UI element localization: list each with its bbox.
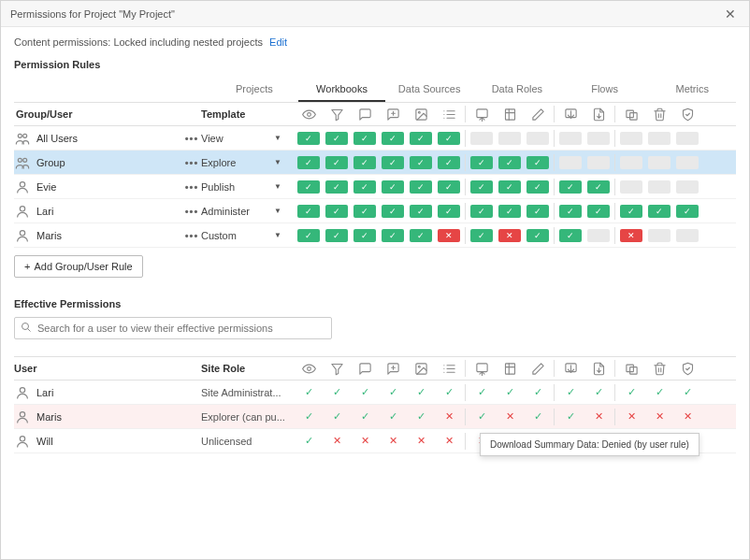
- capability-cell[interactable]: [496, 132, 524, 145]
- chip-allow: [297, 156, 320, 169]
- capability-cell[interactable]: [468, 205, 496, 218]
- capability-cell[interactable]: [351, 156, 379, 169]
- capability-cell[interactable]: [673, 180, 701, 194]
- capability-cell[interactable]: [407, 180, 435, 194]
- capability-cell[interactable]: [617, 156, 645, 169]
- capability-cell[interactable]: [524, 180, 552, 194]
- capability-cell[interactable]: [584, 132, 613, 145]
- capability-cell[interactable]: [584, 205, 613, 218]
- capability-cell[interactable]: [407, 132, 435, 145]
- capability-cell[interactable]: [617, 229, 645, 242]
- capability-cell[interactable]: [584, 180, 613, 194]
- capability-cell[interactable]: [645, 205, 673, 218]
- capability-cell[interactable]: [379, 205, 407, 218]
- capability-cell[interactable]: [323, 156, 351, 169]
- effective-search[interactable]: [14, 317, 332, 339]
- capability-cell[interactable]: [524, 156, 552, 169]
- filter-icon: [323, 362, 351, 376]
- capability-cell[interactable]: [556, 156, 584, 169]
- capability-cell[interactable]: [673, 156, 701, 169]
- capability-cell[interactable]: [584, 229, 613, 242]
- capability-cell[interactable]: [673, 229, 701, 242]
- capability-cell[interactable]: [673, 205, 701, 218]
- template-select[interactable]: Custom▼: [201, 230, 295, 241]
- capability-cell[interactable]: [524, 132, 552, 145]
- capability-cell[interactable]: [645, 180, 673, 194]
- capability-cell[interactable]: [556, 229, 584, 242]
- row-menu-icon[interactable]: •••: [182, 157, 201, 168]
- rule-row[interactable]: All Users •••View▼: [14, 126, 736, 151]
- rule-row[interactable]: Lari •••Administer▼: [14, 199, 736, 223]
- capability-cell[interactable]: [645, 156, 673, 169]
- add-group-user-button[interactable]: + Add Group/User Rule: [14, 255, 143, 278]
- capability-cell[interactable]: [524, 229, 552, 242]
- rule-row[interactable]: Group •••Explore▼: [14, 151, 736, 175]
- capability-cell[interactable]: [617, 180, 645, 194]
- capability-cell[interactable]: [435, 156, 463, 169]
- tab-workbooks[interactable]: Workbooks: [298, 78, 386, 102]
- capability-cell[interactable]: [617, 132, 645, 145]
- template-select[interactable]: View▼: [201, 133, 295, 144]
- capability-cell[interactable]: [435, 205, 463, 218]
- close-icon[interactable]: ✕: [721, 5, 740, 23]
- capability-cell[interactable]: [407, 205, 435, 218]
- capability-cell[interactable]: [435, 180, 463, 194]
- capability-cell[interactable]: [556, 180, 584, 194]
- capability-cell[interactable]: [584, 156, 613, 169]
- capability-cell[interactable]: [524, 205, 552, 218]
- chip-allow: [297, 205, 320, 218]
- rule-row[interactable]: Maris •••Custom▼: [14, 223, 736, 248]
- capability-cell[interactable]: [556, 132, 584, 145]
- capability-cell[interactable]: [617, 205, 645, 218]
- tab-data-sources[interactable]: Data Sources: [385, 78, 473, 102]
- template-select[interactable]: Explore▼: [201, 157, 295, 168]
- capability-cell[interactable]: [379, 229, 407, 242]
- capability-cell[interactable]: [496, 156, 524, 169]
- row-menu-icon[interactable]: •••: [182, 133, 201, 144]
- capability-cell[interactable]: [323, 132, 351, 145]
- capability-cell[interactable]: [351, 180, 379, 194]
- row-menu-icon[interactable]: •••: [182, 206, 201, 217]
- rule-row[interactable]: Evie •••Publish▼: [14, 175, 736, 199]
- capability-cell[interactable]: [295, 132, 323, 145]
- capability-cell[interactable]: [323, 180, 351, 194]
- capability-cell[interactable]: [323, 229, 351, 242]
- capability-cell[interactable]: [673, 132, 701, 145]
- template-select[interactable]: Publish▼: [201, 181, 295, 193]
- capability-cell[interactable]: [379, 180, 407, 194]
- capability-cell[interactable]: [323, 205, 351, 218]
- capability-cell[interactable]: [556, 205, 584, 218]
- search-input[interactable]: [37, 323, 325, 334]
- capability-cell[interactable]: [295, 205, 323, 218]
- capability-cell[interactable]: [351, 132, 379, 145]
- capability-cell[interactable]: [295, 229, 323, 242]
- capability-cell[interactable]: [468, 156, 496, 169]
- capability-cell[interactable]: [468, 132, 496, 145]
- capability-cell[interactable]: [351, 205, 379, 218]
- capability-cell[interactable]: [351, 229, 379, 242]
- edit-link[interactable]: Edit: [269, 36, 287, 48]
- capability-cell[interactable]: [295, 156, 323, 169]
- row-menu-icon[interactable]: •••: [182, 181, 201, 193]
- capability-cell[interactable]: [496, 229, 524, 242]
- capability-cell[interactable]: [379, 132, 407, 145]
- capability-cell[interactable]: [379, 156, 407, 169]
- tab-metrics[interactable]: Metrics: [648, 78, 736, 102]
- tab-projects[interactable]: Projects: [210, 78, 298, 102]
- capability-cell[interactable]: [496, 205, 524, 218]
- row-menu-icon[interactable]: •••: [182, 230, 201, 241]
- capability-cell[interactable]: [645, 132, 673, 145]
- tab-flows[interactable]: Flows: [561, 78, 649, 102]
- capability-cell[interactable]: [468, 180, 496, 194]
- capability-cell[interactable]: [407, 156, 435, 169]
- capability-cell[interactable]: [435, 229, 463, 242]
- capability-cell[interactable]: [496, 180, 524, 194]
- capability-cell[interactable]: [645, 229, 673, 242]
- capability-cell[interactable]: [407, 229, 435, 242]
- image-icon: [407, 362, 435, 376]
- capability-cell[interactable]: [468, 229, 496, 242]
- capability-cell[interactable]: [435, 132, 463, 145]
- template-select[interactable]: Administer▼: [201, 206, 295, 217]
- capability-cell[interactable]: [295, 180, 323, 194]
- tab-data-roles[interactable]: Data Roles: [473, 78, 561, 102]
